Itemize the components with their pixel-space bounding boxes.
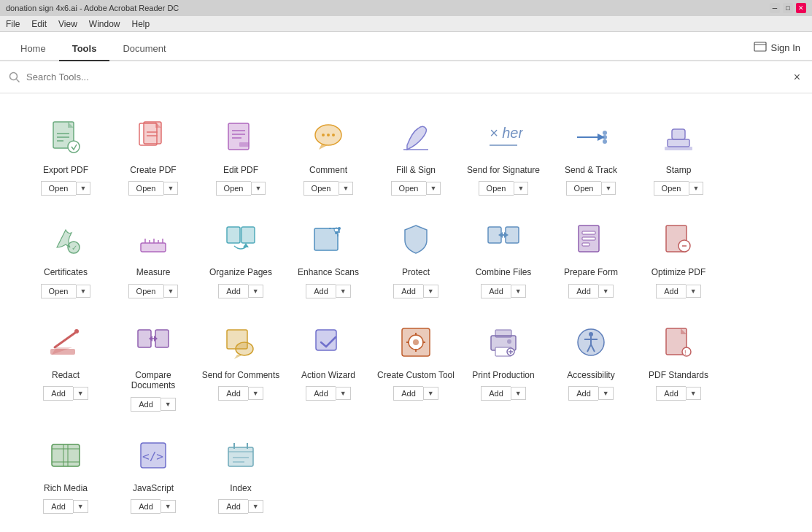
tool-action-button-send-track[interactable]: Open [566, 181, 601, 196]
menu-window[interactable]: Window [89, 19, 120, 29]
tool-action-button-comment[interactable]: Open [303, 181, 339, 196]
tool-action-button-organize-pages[interactable]: Add [218, 284, 248, 298]
tool-dropdown-arrow-edit-pdf[interactable]: ▼ [251, 182, 266, 195]
tool-action-button-print-production[interactable]: Add [481, 386, 511, 401]
tool-btn-group-send-track: Open▼ [566, 181, 616, 196]
tool-action-button-protect[interactable]: Add [393, 284, 423, 298]
svg-rect-103 [228, 447, 253, 466]
tool-dropdown-arrow-certificates[interactable]: ▼ [76, 285, 91, 298]
tool-dropdown-arrow-organize-pages[interactable]: ▼ [248, 285, 263, 298]
tool-dropdown-arrow-fill-sign[interactable]: ▼ [426, 182, 441, 195]
svg-rect-81 [495, 330, 511, 337]
tool-dropdown-arrow-accessibility[interactable]: ▼ [598, 387, 614, 400]
tool-action-button-certificates[interactable]: Open [41, 284, 76, 298]
tool-action-button-combine-files[interactable]: Add [481, 284, 511, 298]
search-input[interactable] [26, 72, 318, 82]
tool-dropdown-arrow-pdf-standards[interactable]: ▼ [686, 387, 701, 400]
tool-item-stamp: StampOpen▼ [635, 108, 722, 203]
tool-action-button-create-custom-tool[interactable]: Add [393, 386, 423, 401]
tool-item-certificates: ✓CertificatesOpen▼ [22, 210, 109, 305]
combine-files-icon [482, 217, 525, 261]
title-bar-controls: ─ □ ✕ [770, 3, 806, 13]
sign-in-area[interactable]: Sign In [754, 41, 812, 60]
tool-btn-group-enhance-scans: Add▼ [306, 284, 351, 298]
tool-action-button-enhance-scans[interactable]: Add [306, 284, 336, 298]
tool-dropdown-arrow-create-pdf[interactable]: ▼ [163, 182, 179, 195]
tab-home[interactable]: Home [7, 37, 59, 61]
tool-btn-group-create-custom-tool: Add▼ [393, 386, 438, 401]
tool-action-button-edit-pdf[interactable]: Open [216, 181, 251, 196]
tool-dropdown-arrow-index[interactable]: ▼ [248, 500, 263, 513]
svg-point-75 [413, 339, 419, 345]
tool-item-organize-pages: Organize PagesAdd▼ [197, 210, 285, 305]
maximize-button[interactable]: □ [783, 3, 793, 13]
menu-view[interactable]: View [58, 19, 77, 29]
tab-tools[interactable]: Tools [59, 37, 110, 61]
tool-dropdown-arrow-measure[interactable]: ▼ [163, 285, 179, 298]
tool-action-button-accessibility[interactable]: Add [568, 386, 598, 401]
tool-name-rich-media: Rich Media [44, 483, 88, 493]
print-production-icon [482, 320, 525, 364]
tool-action-button-compare-documents[interactable]: Add [131, 397, 161, 412]
tool-item-optimize-pdf: Optimize PDFAdd▼ [635, 210, 722, 305]
tool-dropdown-arrow-javascript[interactable]: ▼ [161, 500, 176, 513]
tool-dropdown-arrow-enhance-scans[interactable]: ▼ [336, 285, 351, 298]
tool-item-rich-media: Rich MediaAdd▼ [22, 426, 109, 521]
tool-dropdown-arrow-action-wizard[interactable]: ▼ [336, 387, 351, 400]
tools-grid: Export PDFOpen▼Create PDFOpen▼Edit PDFOp… [22, 108, 797, 521]
close-button[interactable]: ✕ [796, 3, 806, 13]
tool-action-button-send-signature[interactable]: Open [479, 181, 514, 196]
tool-dropdown-arrow-optimize-pdf[interactable]: ▼ [686, 285, 701, 298]
tool-name-index: Index [230, 483, 251, 493]
tool-btn-group-protect: Add▼ [393, 284, 438, 298]
svg-point-47 [338, 227, 341, 230]
minimize-button[interactable]: ─ [770, 3, 780, 13]
tool-dropdown-arrow-export-pdf[interactable]: ▼ [76, 182, 91, 195]
tool-dropdown-arrow-redact[interactable]: ▼ [73, 387, 88, 400]
tool-action-button-prepare-form[interactable]: Add [568, 284, 598, 298]
tool-dropdown-arrow-create-custom-tool[interactable]: ▼ [423, 387, 438, 400]
svg-point-2 [10, 72, 18, 80]
sign-in-label[interactable]: Sign In [771, 42, 800, 53]
menu-help[interactable]: Help [132, 19, 150, 29]
tool-item-send-track: Send & TrackOpen▼ [547, 108, 635, 203]
tool-dropdown-arrow-stamp[interactable]: ▼ [689, 182, 704, 195]
search-close-icon[interactable]: × [794, 71, 800, 84]
tool-action-button-action-wizard[interactable]: Add [306, 386, 336, 401]
tool-action-button-optimize-pdf[interactable]: Add [656, 284, 686, 298]
tool-dropdown-arrow-prepare-form[interactable]: ▼ [598, 285, 614, 298]
menu-edit[interactable]: Edit [31, 19, 47, 29]
tool-dropdown-arrow-send-comments[interactable]: ▼ [248, 387, 263, 400]
tool-dropdown-arrow-rich-media[interactable]: ▼ [73, 500, 88, 513]
tool-dropdown-arrow-send-track[interactable]: ▼ [601, 182, 616, 195]
tool-action-button-create-pdf[interactable]: Open [128, 181, 163, 196]
tool-name-comment: Comment [309, 165, 347, 175]
tool-dropdown-arrow-compare-documents[interactable]: ▼ [161, 398, 176, 411]
tool-action-button-index[interactable]: Add [218, 499, 248, 514]
tool-action-button-fill-sign[interactable]: Open [391, 181, 426, 196]
tool-action-button-javascript[interactable]: Add [131, 499, 161, 514]
tool-action-button-measure[interactable]: Open [128, 284, 163, 298]
tool-action-button-redact[interactable]: Add [43, 386, 73, 401]
menu-file[interactable]: File [6, 19, 20, 29]
tool-action-button-export-pdf[interactable]: Open [41, 181, 76, 196]
tool-dropdown-arrow-send-signature[interactable]: ▼ [514, 182, 529, 195]
tool-btn-group-pdf-standards: Add▼ [656, 386, 701, 401]
svg-line-3 [17, 79, 20, 82]
tool-action-button-send-comments[interactable]: Add [218, 386, 248, 401]
tool-dropdown-arrow-print-production[interactable]: ▼ [511, 387, 526, 400]
svg-marker-44 [243, 243, 249, 247]
svg-rect-55 [582, 231, 595, 234]
tool-dropdown-arrow-combine-files[interactable]: ▼ [511, 285, 526, 298]
tab-document[interactable]: Document [109, 37, 179, 61]
svg-rect-56 [582, 237, 595, 240]
svg-point-29 [603, 135, 607, 139]
tool-item-create-custom-tool: Create Custom ToolAdd▼ [372, 313, 460, 419]
tool-action-button-rich-media[interactable]: Add [43, 499, 73, 514]
tool-dropdown-arrow-comment[interactable]: ▼ [339, 182, 354, 195]
tool-action-button-pdf-standards[interactable]: Add [656, 386, 686, 401]
organize-pages-icon [219, 217, 263, 261]
svg-rect-31 [668, 139, 689, 147]
tool-dropdown-arrow-protect[interactable]: ▼ [423, 285, 438, 298]
tool-action-button-stamp[interactable]: Open [654, 181, 689, 196]
